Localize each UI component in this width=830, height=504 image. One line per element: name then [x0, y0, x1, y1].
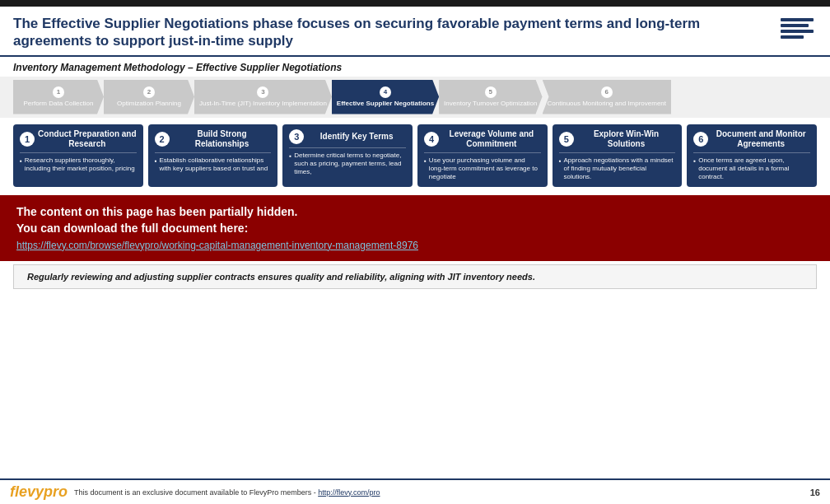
phase-num-1: 1	[53, 86, 64, 98]
phase-item-1: 1 Perform Data Collection	[13, 80, 104, 114]
hidden-link[interactable]: https://flevy.com/browse/flevypro/workin…	[16, 240, 418, 251]
step-divider-5	[559, 152, 676, 153]
phase-num-5: 5	[485, 86, 497, 98]
bottom-quote: Regularly reviewing and adjusting suppli…	[13, 264, 817, 289]
logo-line-1	[781, 18, 814, 21]
step-divider-1	[20, 152, 137, 153]
phase-label-6: Continuous Monitoring and Improvement	[548, 100, 667, 108]
step-divider-6	[693, 152, 810, 153]
step-bullet-2: ▪ Establish collaborative relationships …	[155, 156, 272, 174]
step-bullet-text-4: Use your purchasing volume and long-term…	[429, 156, 541, 182]
phase-label-2: Optimization Planning	[117, 100, 181, 108]
phase-num-6: 6	[601, 86, 613, 98]
phase-box-2[interactable]: 2 Optimization Planning	[104, 80, 194, 114]
step-header-6: 6 Document and Monitor Agreements	[693, 129, 810, 149]
hidden-section: The content on this page has been partia…	[0, 195, 830, 261]
bullet-dot-6: ▪	[693, 157, 696, 182]
logo-line-3	[781, 30, 814, 33]
step-content-5: ▪ Approach negotiations with a mindset o…	[559, 156, 676, 184]
step-card-5: 5 Explore Win-Win Solutions ▪ Approach n…	[553, 124, 683, 187]
top-bar	[0, 0, 830, 7]
header: The Effective Supplier Negotiations phas…	[0, 7, 830, 57]
footer-page-number: 16	[810, 488, 820, 497]
footer-logo-suffix: pro	[44, 483, 68, 500]
step-num-6: 6	[693, 132, 708, 147]
hidden-title: The content on this page has been partia…	[16, 205, 814, 218]
step-card-4: 4 Leverage Volume and Commitment ▪ Use y…	[417, 124, 548, 187]
bullet-dot-4: ▪	[424, 157, 427, 182]
step-bullet-text-1: Research suppliers thoroughly, including…	[25, 156, 137, 174]
footer-logo: flevypro	[10, 483, 68, 501]
step-title-4: Leverage Volume and Commitment	[442, 129, 541, 149]
step-bullet-text-6: Once terms are agreed upon, document all…	[698, 156, 810, 182]
phase-box-4[interactable]: 4 Effective Supplier Negotiations	[332, 80, 439, 114]
phase-label-3: Just-In-Time (JIT) Inventory Implementat…	[199, 100, 327, 108]
main-content: The Effective Supplier Negotiations phas…	[0, 7, 830, 504]
phase-num-2: 2	[143, 86, 155, 98]
step-title-1: Conduct Preparation and Research	[38, 129, 137, 149]
hidden-subtitle: You can download the full document here:	[16, 222, 814, 235]
footer-text: This document is an exclusive document a…	[74, 488, 804, 497]
phase-box-1[interactable]: 1 Perform Data Collection	[13, 80, 104, 114]
step-bullet-5: ▪ Approach negotiations with a mindset o…	[559, 156, 676, 182]
logo-lines	[781, 18, 814, 39]
phase-label-1: Perform Data Collection	[24, 100, 94, 108]
bullet-dot-1: ▪	[20, 157, 22, 174]
page-title: The Effective Supplier Negotiations phas…	[13, 15, 738, 50]
phase-item-6: 6 Continuous Monitoring and Improvement	[543, 80, 672, 114]
step-num-5: 5	[559, 132, 574, 147]
step-bullet-6: ▪ Once terms are agreed upon, document a…	[693, 156, 810, 182]
phase-item-4: 4 Effective Supplier Negotiations	[332, 80, 439, 114]
phase-num-4: 4	[380, 86, 391, 98]
step-bullet-4: ▪ Use your purchasing volume and long-te…	[424, 156, 541, 182]
phase-item-2: 2 Optimization Planning	[104, 80, 194, 114]
step-bullet-text-5: Approach negotiations with a mindset of …	[564, 156, 676, 182]
step-num-4: 4	[424, 132, 439, 147]
step-num-1: 1	[20, 132, 35, 147]
phase-box-6[interactable]: 6 Continuous Monitoring and Improvement	[543, 80, 672, 114]
steps-section: 1 Conduct Preparation and Research ▪ Res…	[0, 118, 830, 190]
quote-text: Regularly reviewing and adjusting suppli…	[27, 272, 535, 282]
footer: flevypro This document is an exclusive d…	[0, 478, 830, 504]
logo-line-2	[781, 24, 809, 27]
step-num-3: 3	[289, 129, 304, 144]
footer-link[interactable]: http://flevy.com/pro	[318, 488, 380, 497]
subtitle: Inventory Management Methodology – Effec…	[0, 57, 830, 77]
bullet-dot-3: ▪	[289, 152, 291, 177]
step-content-4: ▪ Use your purchasing volume and long-te…	[424, 156, 541, 184]
step-card-1: 1 Conduct Preparation and Research ▪ Res…	[13, 124, 143, 187]
step-divider-2	[155, 152, 272, 153]
phase-box-5[interactable]: 5 Inventory Turnover Optimization	[439, 80, 542, 114]
header-logo	[777, 15, 817, 39]
phase-label-4: Effective Supplier Negotiations	[337, 100, 434, 108]
step-bullet-text-2: Establish collaborative relationships wi…	[160, 156, 272, 174]
phase-box-3[interactable]: 3 Just-In-Time (JIT) Inventory Implement…	[194, 80, 332, 114]
phase-item-3: 3 Just-In-Time (JIT) Inventory Implement…	[194, 80, 332, 114]
step-divider-4	[424, 152, 541, 153]
step-title-6: Document and Monitor Agreements	[711, 129, 810, 149]
step-card-2: 2 Build Strong Relationships ▪ Establish…	[148, 124, 278, 187]
step-card-6: 6 Document and Monitor Agreements ▪ Once…	[687, 124, 817, 187]
footer-logo-prefix: flevy	[10, 483, 44, 500]
logo-line-4	[781, 35, 804, 39]
step-divider-3	[289, 147, 406, 148]
step-header-1: 1 Conduct Preparation and Research	[20, 129, 137, 149]
step-title-3: Identify Key Terms	[307, 132, 406, 142]
phase-nav: 1 Perform Data Collection 2 Optimization…	[0, 77, 830, 118]
step-header-4: 4 Leverage Volume and Commitment	[424, 129, 541, 149]
footer-text-content: This document is an exclusive document a…	[74, 488, 318, 497]
step-card-3: 3 Identify Key Terms ▪ Determine critica…	[282, 124, 413, 187]
step-content-3: ▪ Determine critical terms to negotiate,…	[289, 152, 406, 179]
step-title-5: Explore Win-Win Solutions	[577, 129, 676, 149]
step-content-1: ▪ Research suppliers thoroughly, includi…	[20, 156, 137, 175]
phase-item-5: 5 Inventory Turnover Optimization	[439, 80, 542, 114]
steps-row: 1 Conduct Preparation and Research ▪ Res…	[13, 124, 817, 187]
step-content-2: ▪ Establish collaborative relationships …	[155, 156, 272, 175]
step-title-2: Build Strong Relationships	[173, 129, 272, 149]
step-bullet-text-3: Determine critical terms to negotiate, s…	[294, 152, 406, 177]
phase-num-3: 3	[257, 86, 268, 98]
bullet-dot-5: ▪	[559, 157, 562, 182]
phase-label-5: Inventory Turnover Optimization	[444, 100, 537, 108]
step-content-6: ▪ Once terms are agreed upon, document a…	[693, 156, 810, 184]
step-bullet-3: ▪ Determine critical terms to negotiate,…	[289, 152, 406, 177]
